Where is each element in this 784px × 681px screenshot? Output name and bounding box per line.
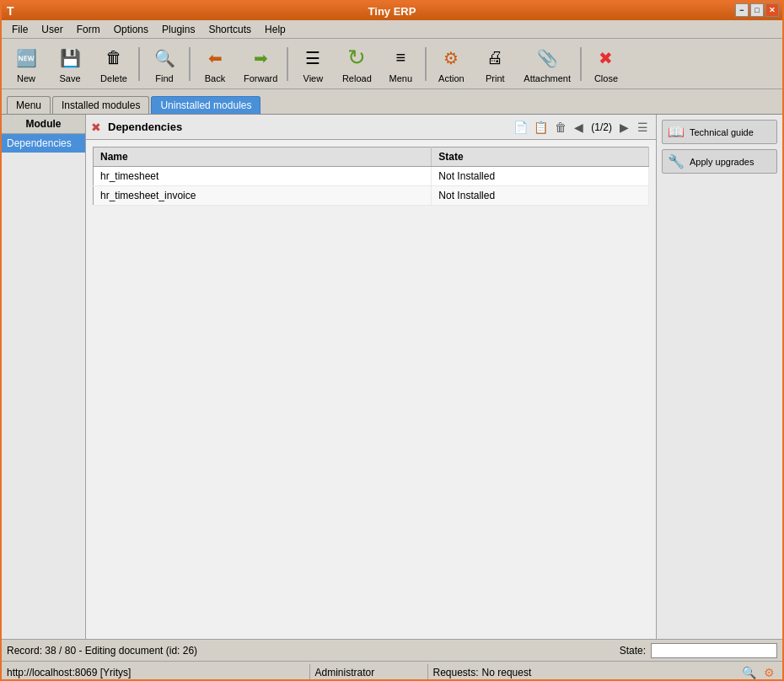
menu-item-shortcuts[interactable]: Shortcuts (201, 22, 258, 37)
record-title: Dependencies (108, 121, 182, 133)
toolbar-new-label: New (17, 73, 35, 83)
tab-installed[interactable]: Installed modules (52, 96, 149, 114)
data-table-wrapper: Name State hr_timesheetNot Installedhr_t… (86, 140, 656, 639)
sidebar-header: Module (2, 115, 85, 134)
bottom-requests: Requests: No request (428, 664, 736, 681)
main-content: Module Dependencies ✖ Dependencies 📄 📋 🗑… (2, 115, 782, 639)
toolbar: 🆕New💾Save🗑Delete🔍Find⬅Back➡Forward☰View↻… (2, 39, 782, 89)
tabs-bar: MenuInstalled modulesUninstalled modules (2, 89, 782, 115)
copy-icon[interactable]: 📄 (512, 119, 529, 136)
toolbar-close-label: Close (594, 73, 618, 83)
toolbar-reload-label: Reload (342, 73, 372, 83)
nav-counter: (1/2) (588, 121, 615, 133)
tab-menu[interactable]: Menu (7, 96, 51, 114)
table-row[interactable]: hr_timesheetNot Installed (94, 167, 649, 186)
data-table: Name State hr_timesheetNot Installedhr_t… (93, 147, 649, 206)
state-input[interactable] (651, 643, 777, 658)
bottom-icons: 🔍 ⚙ (735, 664, 782, 681)
toolbar-reload-button[interactable]: ↻Reload (336, 41, 378, 87)
list-view-icon[interactable]: ☰ (634, 119, 651, 136)
toolbar-action-button[interactable]: ⚙Action (430, 41, 472, 87)
toolbar-find-button[interactable]: 🔍Find (143, 41, 185, 87)
toolbar-separator (189, 47, 191, 81)
toolbar-attachment-label: Attachment (524, 73, 571, 83)
app-icon: T (7, 4, 14, 18)
statusbar: Record: 38 / 80 - Editing document (id: … (2, 639, 782, 661)
bottombar: http://localhost:8069 [Yritys] Administr… (2, 661, 782, 681)
toolbar-delete-button[interactable]: 🗑Delete (93, 41, 135, 87)
deps-x-icon: ✖ (91, 121, 101, 134)
paste-icon[interactable]: 📋 (532, 119, 549, 136)
action-technical-guide-label: Technical guide (690, 127, 754, 137)
requests-value: No request (482, 667, 532, 678)
toolbar-new-button[interactable]: 🆕New (5, 41, 47, 87)
toolbar-save-button[interactable]: 💾Save (49, 41, 91, 87)
status-state: State: (620, 643, 777, 658)
menu-item-plugins[interactable]: Plugins (155, 22, 201, 37)
action-apply-upgrades-icon: 🔧 (668, 153, 685, 169)
menu-item-options[interactable]: Options (107, 22, 155, 37)
table-row[interactable]: hr_timesheet_invoiceNot Installed (94, 186, 649, 206)
action-technical-guide-button[interactable]: 📖Technical guide (662, 120, 777, 144)
sidebar-item-dependencies[interactable]: Dependencies (2, 134, 85, 153)
toolbar-action-label: Action (438, 73, 464, 83)
content-top: ✖ Dependencies 📄 📋 🗑 ◀ (1/2) ▶ ☰ (86, 115, 782, 639)
window-close-button[interactable]: ✕ (765, 3, 779, 17)
toolbar-forward-button[interactable]: ➡Forward (238, 41, 283, 87)
menu-item-form[interactable]: Form (70, 22, 107, 37)
table-cell-name: hr_timesheet_invoice (94, 186, 432, 206)
menu-item-user[interactable]: User (35, 22, 69, 37)
toolbar-menu-button[interactable]: ≡Menu (379, 41, 422, 87)
table-cell-state: Not Installed (432, 186, 649, 206)
record-panel: ✖ Dependencies 📄 📋 🗑 ◀ (1/2) ▶ ☰ (86, 115, 656, 639)
record-toolbar: ✖ Dependencies 📄 📋 🗑 ◀ (1/2) ▶ ☰ (86, 115, 656, 140)
nav-forward-icon[interactable]: ▶ (618, 121, 631, 134)
toolbar-attachment-button[interactable]: 📎Attachment (518, 41, 577, 87)
col-name: Name (94, 147, 432, 167)
toolbar-view-label: View (303, 73, 324, 83)
toolbar-find-label: Find (155, 73, 173, 83)
toolbar-back-label: Back (205, 73, 225, 83)
toolbar-close-button[interactable]: ✖Close (585, 41, 627, 87)
window-title: Tiny ERP (368, 5, 416, 18)
toolbar-save-label: Save (59, 73, 80, 83)
nav-info: 📄 📋 🗑 ◀ (1/2) ▶ ☰ (512, 119, 651, 136)
table-body: hr_timesheetNot Installedhr_timesheet_in… (94, 167, 649, 206)
table-cell-state: Not Installed (432, 167, 649, 186)
tab-uninstalled[interactable]: Uninstalled modules (151, 96, 260, 114)
status-record: Record: 38 / 80 - Editing document (id: … (7, 645, 620, 657)
toolbar-separator (425, 47, 427, 81)
col-state: State (432, 147, 649, 167)
toolbar-print-button[interactable]: 🖨Print (474, 41, 516, 87)
requests-label: Requests: (433, 667, 479, 678)
action-panel: 📖Technical guide🔧Apply upgrades (656, 115, 782, 639)
action-apply-upgrades-button[interactable]: 🔧Apply upgrades (662, 149, 777, 174)
config-bottom-icon[interactable]: ⚙ (760, 664, 777, 681)
menubar: FileUserFormOptionsPluginsShortcutsHelp (2, 20, 782, 39)
bottom-user: Administrator (310, 664, 428, 681)
toolbar-forward-label: Forward (244, 73, 277, 83)
right-panel: ✖ Dependencies 📄 📋 🗑 ◀ (1/2) ▶ ☰ (86, 115, 782, 639)
sidebar: Module Dependencies (2, 115, 86, 639)
toolbar-menu-label: Menu (389, 73, 413, 83)
titlebar: T Tiny ERP − □ ✕ (2, 2, 782, 20)
search-bottom-icon[interactable]: 🔍 (740, 664, 757, 681)
toolbar-print-label: Print (486, 73, 505, 83)
nav-back-icon[interactable]: ◀ (572, 121, 585, 134)
action-technical-guide-icon: 📖 (668, 124, 685, 140)
toolbar-delete-label: Delete (100, 73, 127, 83)
toolbar-view-button[interactable]: ☰View (292, 41, 334, 87)
action-apply-upgrades-label: Apply upgrades (690, 157, 754, 167)
toolbar-back-button[interactable]: ⬅Back (194, 41, 236, 87)
toolbar-separator (580, 47, 582, 81)
maximize-button[interactable]: □ (750, 3, 764, 17)
minimize-button[interactable]: − (735, 3, 749, 17)
toolbar-separator (138, 47, 140, 81)
delete-record-icon[interactable]: 🗑 (552, 119, 569, 136)
toolbar-separator (287, 47, 288, 81)
state-label: State: (620, 645, 646, 657)
menu-item-help[interactable]: Help (258, 22, 293, 37)
menu-item-file[interactable]: File (5, 22, 35, 37)
table-cell-name: hr_timesheet (94, 167, 432, 186)
bottom-url: http://localhost:8069 [Yritys] (2, 664, 310, 681)
